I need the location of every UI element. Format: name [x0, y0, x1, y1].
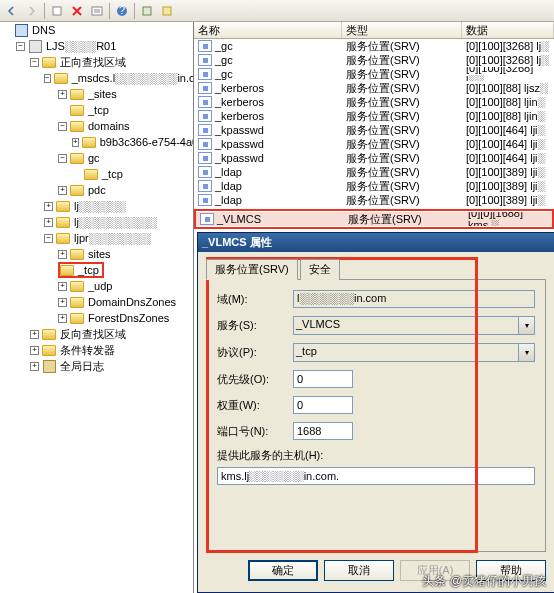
tree-tcp[interactable]: _tcp — [58, 102, 193, 118]
table-row[interactable]: _kerberos服务位置(SRV)[0][100][88] ljin░ — [194, 95, 554, 109]
table-row[interactable]: _ldap服务位置(SRV)[0][100][389] lji░ — [194, 193, 554, 207]
table-row[interactable]: _gc服务位置(SRV)[0][100][3268] l░░ — [194, 67, 554, 81]
table-row[interactable]: _kpasswd服务位置(SRV)[0][100][464] lji░ — [194, 137, 554, 151]
folder-icon — [70, 311, 84, 325]
expand-icon[interactable]: + — [58, 90, 67, 99]
dns-icon — [14, 23, 28, 37]
record-icon — [198, 110, 212, 122]
tree-pdc[interactable]: +pdc — [58, 182, 193, 198]
expand-icon[interactable]: + — [58, 282, 67, 291]
service-label: 服务(S): — [217, 318, 293, 333]
weight-input[interactable] — [293, 396, 353, 414]
ok-button[interactable]: 确定 — [248, 560, 318, 581]
host-input[interactable] — [217, 467, 535, 485]
proto-select[interactable]: _tcp▾ — [293, 343, 535, 362]
record-icon — [198, 96, 212, 108]
tree-lj2[interactable]: +lj░░░░░░░░░░ — [44, 214, 193, 230]
table-row[interactable]: _VLMCS服务位置(SRV)[0][0][1688] kms.░ — [196, 212, 552, 226]
folder-icon — [70, 103, 84, 117]
dialog-title: _VLMCS 属性 — [198, 233, 554, 252]
table-row[interactable]: _kpasswd服务位置(SRV)[0][100][464] lji░ — [194, 151, 554, 165]
highlight-box-row: _VLMCS服务位置(SRV)[0][0][1688] kms.░ — [194, 209, 554, 229]
expand-icon[interactable]: + — [44, 202, 53, 211]
service-select[interactable]: _VLMCS▾ — [293, 316, 535, 335]
collapse-icon[interactable]: − — [44, 234, 53, 243]
tab-panel: 域(M):l░░░░░░░in.com 服务(S):_VLMCS▾ 协议(P):… — [206, 279, 546, 552]
tree-domaindnszones[interactable]: +DomainDnsZones — [58, 294, 193, 310]
expand-icon[interactable]: + — [44, 218, 53, 227]
domain-label: 域(M): — [217, 292, 293, 307]
tree-root[interactable]: DNS — [2, 22, 193, 38]
tree-rev-zones[interactable]: +反向查找区域 — [30, 326, 193, 342]
properties-button[interactable] — [88, 2, 106, 20]
expand-icon[interactable]: + — [72, 138, 79, 147]
collapse-icon[interactable]: − — [58, 154, 67, 163]
refresh-button[interactable] — [158, 2, 176, 20]
toolbar: ? — [0, 0, 554, 22]
tab-security[interactable]: 安全 — [300, 259, 340, 280]
collapse-icon[interactable]: − — [44, 74, 51, 83]
expand-icon[interactable]: + — [58, 186, 67, 195]
record-icon — [198, 54, 212, 66]
expand-icon[interactable]: + — [30, 362, 39, 371]
tree-pane: DNS −LJS░░░░R01 −正向查找区域 −_msdcs.l░░░░░░░… — [0, 22, 194, 593]
table-row[interactable]: _ldap服务位置(SRV)[0][100][389] lji░ — [194, 165, 554, 179]
tree-tcp2[interactable]: _tcp — [72, 166, 193, 182]
col-type[interactable]: 类型 — [342, 22, 462, 38]
table-row[interactable]: _ldap服务位置(SRV)[0][100][389] lji░ — [194, 179, 554, 193]
tree-msdcs[interactable]: −_msdcs.l░░░░░░░░in.com — [44, 70, 193, 86]
table-row[interactable]: _kerberos服务位置(SRV)[0][100][88] ljin░ — [194, 109, 554, 123]
forward-button[interactable] — [23, 2, 41, 20]
expand-icon[interactable]: + — [30, 330, 39, 339]
table-row[interactable]: _kpasswd服务位置(SRV)[0][100][464] lji░ — [194, 123, 554, 137]
port-input[interactable] — [293, 422, 353, 440]
cancel-button[interactable]: 取消 — [324, 560, 394, 581]
folder-icon — [70, 151, 84, 165]
tree-udp[interactable]: +_udp — [58, 278, 193, 294]
weight-label: 权重(W): — [217, 398, 293, 413]
tree-domains[interactable]: −domains — [58, 118, 193, 134]
record-icon — [198, 166, 212, 178]
priority-input[interactable] — [293, 370, 353, 388]
tree-fwd-zones[interactable]: −正向查找区域 — [30, 54, 193, 70]
properties-dialog: _VLMCS 属性 服务位置(SRV) 安全 域(M):l░░░░░░░in.c… — [197, 232, 554, 593]
table-row[interactable]: _gc服务位置(SRV)[0][100][3268] lj░ — [194, 53, 554, 67]
record-icon — [198, 180, 212, 192]
tree-server[interactable]: −LJS░░░░R01 — [16, 38, 193, 54]
tree-sites2[interactable]: +sites — [58, 246, 193, 262]
tree-sites[interactable]: +_sites — [58, 86, 193, 102]
domain-value: l░░░░░░░in.com — [293, 290, 535, 308]
table-row[interactable]: _gc服务位置(SRV)[0][100][3268] lj░ — [194, 39, 554, 53]
collapse-icon[interactable]: − — [58, 122, 67, 131]
collapse-icon[interactable]: − — [30, 58, 39, 67]
expand-icon[interactable]: + — [58, 298, 67, 307]
tree-ljpr[interactable]: −ljpr░░░░░░░░ — [44, 230, 193, 246]
expand-icon[interactable]: + — [58, 250, 67, 259]
tree-guid[interactable]: +b9b3c366-e754-4a0e-… — [72, 134, 193, 150]
new-button[interactable] — [48, 2, 66, 20]
help-button[interactable]: ? — [113, 2, 131, 20]
record-icon — [198, 82, 212, 94]
col-name[interactable]: 名称 — [194, 22, 342, 38]
folder-icon — [82, 135, 96, 149]
tree-forestdnszones[interactable]: +ForestDnsZones — [58, 310, 193, 326]
tree-global-log[interactable]: +全局日志 — [30, 358, 193, 374]
filter-button[interactable] — [138, 2, 156, 20]
record-icon — [198, 124, 212, 136]
expand-icon[interactable]: + — [30, 346, 39, 355]
tree-tcp3-highlighted[interactable]: _tcp — [58, 262, 104, 278]
tree-lj1[interactable]: +lj░░░░░░ — [44, 198, 193, 214]
tree-conditional[interactable]: +条件转发器 — [30, 342, 193, 358]
proto-label: 协议(P): — [217, 345, 293, 360]
server-icon — [28, 39, 42, 53]
folder-icon — [84, 167, 98, 181]
col-data[interactable]: 数据 — [462, 22, 554, 38]
table-row[interactable]: _kerberos服务位置(SRV)[0][100][88] ljsz░ — [194, 81, 554, 95]
tab-srv[interactable]: 服务位置(SRV) — [206, 259, 298, 280]
back-button[interactable] — [3, 2, 21, 20]
collapse-icon[interactable]: − — [16, 42, 25, 51]
expand-icon[interactable]: + — [58, 314, 67, 323]
tree-gc[interactable]: −gc — [58, 150, 193, 166]
delete-button[interactable] — [68, 2, 86, 20]
chevron-down-icon: ▾ — [518, 344, 534, 361]
